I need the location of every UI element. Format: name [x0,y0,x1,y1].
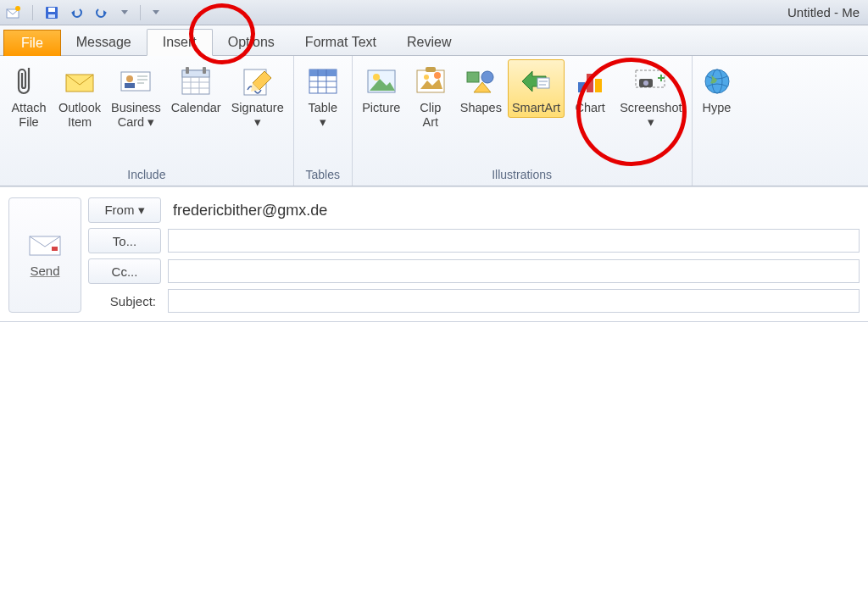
send-envelope-icon [26,233,64,258]
subject-input[interactable] [168,289,860,313]
picture-icon [364,64,398,99]
group-label-include: Include [0,165,293,186]
tab-review[interactable]: Review [392,30,466,55]
svg-rect-3 [48,8,55,12]
svg-marker-42 [474,82,491,92]
svg-point-52 [643,81,648,86]
svg-rect-48 [587,74,593,92]
new-mail-icon[interactable] [5,4,22,21]
svg-rect-58 [52,247,58,251]
signature-icon [241,64,275,99]
from-value: fredericbither@gmx.de [168,198,860,223]
group-include: Attach File Outlook Item Business Card ▾… [0,56,294,186]
redo-icon[interactable] [94,4,111,21]
calendar-button[interactable]: Calendar [167,59,225,118]
signature-button[interactable]: Signature ▾ [227,59,288,131]
svg-rect-18 [186,67,189,74]
svg-rect-19 [203,67,206,74]
tab-options[interactable]: Options [213,30,290,55]
screenshot-button[interactable]: Screenshot ▾ [615,59,686,131]
tab-format-text[interactable]: Format Text [290,30,392,55]
outlook-item-button[interactable]: Outlook Item [54,59,105,131]
attach-file-button[interactable]: Attach File [5,59,53,131]
group-links: Hype [693,56,742,186]
svg-marker-7 [121,10,128,14]
svg-rect-54 [660,75,662,81]
svg-point-36 [424,75,429,80]
svg-point-33 [373,74,380,81]
clip-art-icon [414,64,448,99]
subject-label: Subject: [88,294,161,308]
send-button[interactable]: Send [8,197,81,313]
tab-insert[interactable]: Insert [147,29,213,56]
tab-message[interactable]: Message [61,30,147,55]
table-button[interactable]: Table ▾ [299,59,347,131]
svg-point-38 [434,72,441,79]
cc-button[interactable]: Cc... [88,258,161,284]
svg-rect-27 [309,69,337,76]
shapes-icon [464,64,498,99]
calendar-icon [179,64,213,99]
compose-header: Send From ▾ fredericbither@gmx.de To... … [0,186,868,318]
globe-icon [702,64,732,99]
svg-point-11 [126,75,133,82]
save-icon[interactable] [43,4,60,21]
to-input[interactable] [168,229,860,253]
hyperlink-button[interactable]: Hype [698,59,737,118]
svg-rect-44 [537,78,549,88]
svg-point-55 [705,69,729,93]
svg-rect-49 [595,79,602,92]
shapes-button[interactable]: Shapes [456,59,506,118]
window-title: Untitled - Me [787,5,860,19]
group-label-links [693,179,742,186]
svg-rect-47 [578,82,585,92]
group-label-illustrations: Illustrations [353,165,692,186]
svg-marker-8 [153,10,159,14]
cc-input[interactable] [168,259,860,283]
envelope-icon [63,64,97,99]
tab-file[interactable]: File [3,30,61,56]
chart-icon [575,64,605,99]
svg-point-41 [481,71,493,83]
from-button[interactable]: From ▾ [88,197,161,223]
business-card-button[interactable]: Business Card ▾ [107,59,165,131]
qat-dropdown-icon[interactable] [151,4,161,21]
svg-rect-4 [48,14,55,18]
title-bar: Untitled - Me [0,0,868,25]
ribbon: Attach File Outlook Item Business Card ▾… [0,56,868,186]
ribbon-tabs: File Message Insert Options Format Text … [0,25,868,56]
picture-button[interactable]: Picture [358,59,405,118]
screenshot-icon [632,64,670,99]
smartart-button[interactable]: SmartArt [508,59,565,118]
smartart-icon [519,64,554,99]
message-body[interactable] [0,322,868,576]
qat-more-icon[interactable] [120,4,130,21]
group-illustrations: Picture Clip Art Shapes SmartArt [353,56,693,186]
svg-rect-12 [125,83,135,88]
paperclip-icon [17,64,41,99]
quick-access-toolbar [5,4,161,21]
chart-button[interactable]: Chart [566,59,614,118]
svg-point-1 [15,6,20,11]
svg-rect-40 [467,72,479,82]
undo-icon[interactable] [69,4,86,21]
table-icon [306,64,340,99]
svg-rect-39 [426,67,436,72]
group-label-tables: Tables [294,165,352,186]
to-button[interactable]: To... [88,228,161,253]
business-card-icon [119,64,153,99]
group-tables: Table ▾ Tables [294,56,353,186]
clip-art-button[interactable]: Clip Art [407,59,454,131]
